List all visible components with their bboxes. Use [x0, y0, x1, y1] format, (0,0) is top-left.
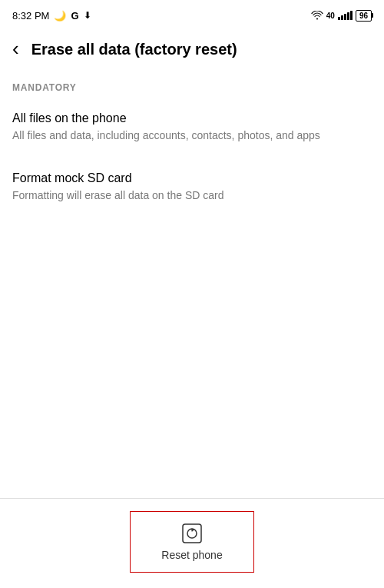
svg-rect-0 [183, 524, 201, 543]
reset-phone-button[interactable]: Reset phone [130, 511, 253, 573]
page-title: Erase all data (factory reset) [31, 39, 237, 59]
back-button[interactable]: ‹ [12, 37, 19, 61]
reset-phone-label: Reset phone [161, 549, 222, 561]
battery-icon: 96 [356, 10, 372, 22]
status-bar-right: 40 96 [311, 10, 372, 22]
files-item: All files on the phone All files and dat… [0, 99, 384, 159]
files-item-title: All files on the phone [12, 111, 372, 125]
section-label: MANDATORY [0, 70, 384, 99]
google-icon: G [71, 10, 78, 22]
bottom-action-area: Reset phone [0, 498, 384, 588]
files-item-description: All files and data, including accounts, … [12, 128, 372, 144]
status-bar: 8:32 PM 🌙 G ⬇ 40 96 [0, 0, 384, 28]
sdcard-item-description: Formatting will erase all data on the SD… [12, 188, 372, 204]
signal-bars-icon [338, 11, 353, 20]
header: ‹ Erase all data (factory reset) [0, 28, 384, 70]
sdcard-item-title: Format mock SD card [12, 171, 372, 185]
download-icon: ⬇ [84, 10, 91, 21]
status-bar-left: 8:32 PM 🌙 G ⬇ [12, 10, 91, 22]
reset-phone-icon [181, 523, 203, 544]
time-display: 8:32 PM [12, 10, 49, 22]
network-4g-icon: 40 [326, 12, 335, 20]
moon-icon: 🌙 [54, 10, 66, 22]
sdcard-item: Format mock SD card Formatting will eras… [0, 159, 384, 219]
wifi-icon [311, 11, 323, 20]
